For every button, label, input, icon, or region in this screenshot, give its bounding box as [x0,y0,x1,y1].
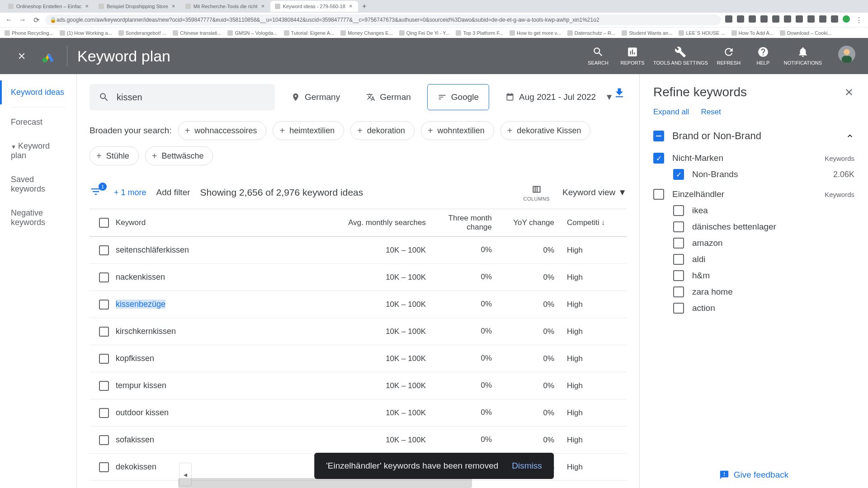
broaden-chip[interactable]: +wohntextilien [421,121,494,140]
checkbox-unchecked[interactable] [673,270,684,281]
chevron-up-icon[interactable] [845,131,854,141]
new-tab-button[interactable]: + [360,2,369,11]
broaden-chip[interactable]: +dekorative Kissen [500,121,591,140]
bookmark-item[interactable]: Chinese translati... [173,30,221,36]
bookmark-item[interactable]: How To Add A... [731,30,774,36]
date-filter[interactable]: Aug 2021 - Jul 2022 ▼ [495,84,623,110]
checkbox-unchecked[interactable] [673,221,684,232]
add-filter-button[interactable]: Add filter [156,188,190,197]
network-filter[interactable]: Google [427,84,489,110]
bookmark-item[interactable]: Download – Cooki... [780,30,831,36]
row-checkbox[interactable] [99,462,109,472]
sidebar-item-keyword-plan[interactable]: ▼Keyword plan [0,134,76,168]
bookmark-item[interactable]: (1) How Working a... [60,30,112,36]
close-icon[interactable]: × [171,4,176,9]
sidebar-item-saved-keywords[interactable]: Saved keywords [0,168,76,201]
close-button[interactable] [13,47,31,65]
view-dropdown[interactable]: Keyword view ▼ [562,188,627,197]
checkbox-unchecked[interactable] [673,205,684,216]
row-checkbox[interactable] [99,354,109,364]
broaden-chip[interactable]: +dekoration [350,121,415,140]
bookmark-item[interactable]: Phone Recycling... [5,30,53,36]
extension-icon[interactable] [784,15,791,23]
download-button[interactable] [610,84,628,102]
help-button[interactable]: HELP [750,46,777,66]
sidebar-item-keyword-ideas[interactable]: Keyword ideas [0,80,76,104]
avatar[interactable] [838,46,855,63]
filter-icon[interactable]: 1 [90,185,104,200]
row-checkbox[interactable] [99,381,109,391]
bookmark-item[interactable]: Sonderangebot! ... [118,30,167,36]
table-row[interactable]: kissenbezüge10K – 100K0%0%High [90,291,627,318]
bookmark-item[interactable]: Datenschutz – R... [567,30,616,36]
sidebar-item-negative-keywords[interactable]: Negative keywords [0,201,76,235]
reports-button[interactable]: REPORTS [619,46,646,66]
row-checkbox[interactable] [99,408,109,418]
broaden-chip[interactable]: +heimtextilien [273,121,344,140]
browser-tab[interactable]: Mit Recherche-Tools die richt× [181,1,270,12]
bookmark-item[interactable]: LEE´S HOUSE ... [679,30,725,36]
column-header-yoy[interactable]: YoY change [498,218,561,227]
close-panel-button[interactable] [844,87,854,98]
row-checkbox[interactable] [99,435,109,445]
extension-icon[interactable] [760,15,768,23]
row-checkbox[interactable] [99,272,109,282]
table-row[interactable]: kirschkernkissen10K – 100K0%0%High [90,318,627,345]
extension-icon[interactable] [749,15,756,23]
broaden-chip[interactable]: +Bettwäsche [145,146,213,165]
bookmark-item[interactable]: Money Changes E... [340,30,393,36]
profile-icon[interactable] [843,15,850,23]
tools-button[interactable]: TOOLS AND SETTINGS [653,46,708,66]
table-row[interactable]: sofakissen10K – 100K0%0%High [90,427,627,454]
extension-icon[interactable] [831,15,838,23]
url-input[interactable]: 🔒 ads.google.com/aw/keywordplanner/ideas… [45,14,721,25]
checkbox-unchecked[interactable] [673,238,684,249]
table-row[interactable]: nackenkissen10K – 100K0%0%High [90,264,627,291]
back-button[interactable]: ← [5,15,14,24]
extension-icon[interactable] [796,15,803,23]
select-all-checkbox[interactable] [99,218,109,228]
extension-icon[interactable] [819,15,826,23]
bookmark-item[interactable]: Top 3 Platform F... [456,30,503,36]
reload-button[interactable]: ⟳ [32,15,41,24]
menu-button[interactable]: ⋮ [854,15,863,24]
column-header-three-month[interactable]: Three month change [432,214,498,232]
table-row[interactable]: kopfkissen10K – 100K0%0%High [90,345,627,372]
extension-icon[interactable] [807,15,815,23]
row-checkbox[interactable] [99,300,109,310]
checkbox-unchecked[interactable] [673,254,684,265]
expand-all-link[interactable]: Expand all [653,108,689,117]
checkbox-checked[interactable]: ✓ [673,169,684,180]
more-filters-link[interactable]: + 1 more [114,188,146,197]
refresh-button[interactable]: REFRESH [715,46,742,66]
extension-icon[interactable] [772,15,779,23]
broaden-chip[interactable]: +Stühle [90,146,139,165]
column-header-keyword[interactable]: Keyword [116,218,328,227]
table-row[interactable]: seitenschläferkissen10K – 100K0%0%High [90,237,627,264]
group-checkbox-indeterminate[interactable] [653,131,664,141]
notifications-button[interactable]: NOTIFICATIONS [784,46,822,66]
extension-icon[interactable] [737,15,744,23]
feedback-button[interactable]: Give feedback [640,462,868,488]
horizontal-scrollbar[interactable] [178,478,472,488]
row-checkbox[interactable] [99,245,109,255]
column-header-searches[interactable]: Avg. monthly searches [328,218,432,227]
toast-dismiss-button[interactable]: Dismiss [512,461,542,471]
checkbox-checked[interactable]: ✓ [653,153,664,164]
row-checkbox[interactable] [99,327,109,337]
language-filter[interactable]: German [356,84,421,110]
bookmark-item[interactable]: How to get more v... [509,30,561,36]
bookmark-item[interactable]: Student Wants an... [622,30,672,36]
close-icon[interactable]: × [260,4,266,9]
close-icon[interactable]: × [84,4,90,9]
browser-tab[interactable]: Beispiel Dropshipping Store× [94,1,181,12]
close-icon[interactable]: × [348,4,354,9]
browser-tab[interactable]: Onlineshop Erstellen – Einfac× [4,1,94,12]
bookmark-item[interactable]: GMSN – Vologda... [227,30,277,36]
checkbox-unchecked[interactable] [673,286,684,297]
bookmark-item[interactable]: Qing Fei De Yi - Y... [399,30,450,36]
table-row[interactable]: outdoor kissen10K – 100K0%0%High [90,399,627,427]
extension-icon[interactable] [725,15,732,23]
search-button[interactable]: SEARCH [585,46,612,66]
broaden-chip[interactable]: +wohnaccessoires [178,121,267,140]
